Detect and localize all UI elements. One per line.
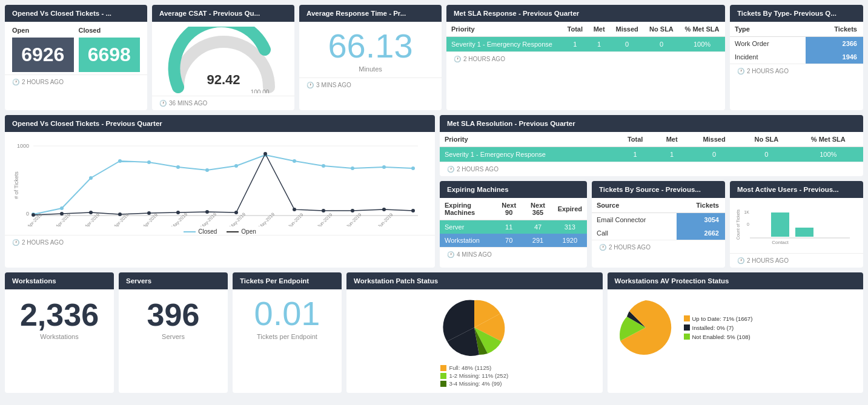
chart-area: 1000 0 # of Tickets [5, 132, 435, 226]
svg-text:13-May-2019: 13-May-2019 [194, 211, 217, 226]
legend-closed-label: Closed [198, 228, 217, 235]
sla-response-card: Met SLA Response - Previous Quarter Prio… [446, 5, 725, 110]
legend-closed: Closed [184, 228, 217, 235]
tickets-source-timestamp: 🕐 2 HOURS AGO [592, 240, 725, 254]
legend-dot-open [227, 231, 239, 232]
table-row: Server 11 47 313 [440, 220, 587, 234]
legend-open-label: Open [241, 228, 256, 235]
svg-point-34 [382, 208, 386, 211]
svg-point-13 [176, 165, 180, 169]
svg-text:1000: 1000 [17, 143, 29, 149]
expiring-title: Expiring Machines [440, 181, 587, 198]
svg-text:17-Jun-2019: 17-Jun-2019 [340, 212, 362, 226]
active-users-title: Most Active Users - Previous... [730, 181, 863, 198]
table-row: Work Order 2366 [730, 37, 863, 51]
svg-point-12 [147, 160, 151, 164]
tickets-source-title: Tickets By Source - Previous... [592, 181, 725, 198]
clock-icon-4: 🕐 [454, 56, 461, 62]
svg-point-18 [322, 164, 325, 168]
svg-text:100.00: 100.00 [250, 89, 269, 93]
svg-rect-50 [771, 212, 789, 237]
clock-icon-3: 🕐 [306, 82, 314, 88]
workstations-card: Workstations 2,336 Workstations [5, 272, 114, 393]
clock-icon-5: 🕐 [737, 68, 744, 74]
tickets-endpoint-card: Tickets Per Endpoint 0.01 Tickets per En… [233, 272, 342, 393]
open-closed-title: Opened Vs Closed Tickets - ... [5, 5, 147, 22]
active-users-chart: Count of Tickets Contact 1K 0 [735, 200, 856, 249]
svg-point-33 [351, 209, 354, 212]
table-row: Severity 1 - Emergency Response 1 1 0 0 … [440, 147, 863, 162]
chart-legend: Closed Open [5, 228, 435, 235]
tickets-type-timestamp: 🕐 2 HOURS AGO [730, 64, 863, 78]
expiring-card: Expiring Machines Expiring Machines Next… [440, 181, 587, 268]
legend-item: Full: 48% (1125) [440, 364, 508, 371]
svg-point-23 [60, 212, 64, 216]
svg-point-17 [293, 159, 296, 163]
csat-timestamp: 🕐 36 MINS AGO [152, 96, 294, 110]
clock-icon-8: 🕐 [447, 251, 454, 258]
svg-rect-51 [795, 228, 813, 237]
clock-icon-9: 🕐 [599, 244, 606, 251]
tickets-type-card: Tickets By Type- Previous Q... Type Tick… [730, 5, 863, 110]
sla-col-nosla: No SLA [644, 22, 679, 37]
svg-point-31 [293, 208, 296, 211]
response-label: Minutes [299, 65, 442, 73]
csat-card: Average CSAT - Previous Qu... 92.42 100.… [152, 5, 294, 110]
type-col-type: Type [730, 22, 806, 37]
servers-label: Servers [119, 333, 228, 340]
response-title: Average Response Time - Pr... [299, 5, 442, 22]
sla-col-met: Met [588, 22, 610, 37]
svg-point-30 [263, 152, 267, 156]
table-row: Incident 1946 [730, 50, 863, 64]
svg-text:15-Apr-2019: 15-Apr-2019 [79, 212, 101, 226]
svg-text:0: 0 [747, 222, 749, 226]
svg-text:27-May-2019: 27-May-2019 [253, 211, 276, 226]
svg-point-10 [89, 176, 93, 180]
svg-text:03-Jun-2019: 03-Jun-2019 [282, 212, 304, 226]
svg-point-29 [234, 211, 238, 214]
sla-col-missed: Missed [610, 22, 644, 37]
tickets-type-title: Tickets By Type- Previous Q... [730, 5, 863, 22]
av-pie-chart [612, 294, 679, 361]
clock-icon-10: 🕐 [737, 257, 744, 264]
table-row: Call 2662 [592, 226, 725, 240]
svg-point-9 [60, 206, 64, 210]
servers-title: Servers [119, 272, 228, 289]
open-closed-card: Opened Vs Closed Tickets - ... Open Clos… [5, 5, 147, 110]
tickets-source-card: Tickets By Source - Previous... Source T… [592, 181, 725, 268]
response-timestamp: 🕐 3 MINS AGO [299, 77, 442, 92]
open-value: 6926 [12, 38, 74, 72]
type-col-tickets: Tickets [806, 22, 864, 37]
tickets-endpoint-title: Tickets Per Endpoint [233, 272, 342, 289]
tickets-endpoint-label: Tickets per Endpoint [233, 333, 342, 340]
open-label: Open [12, 27, 74, 34]
open-closed-timestamp: 🕐 2 HOURS AGO [5, 74, 147, 89]
csat-gauge: 92.42 100.00 [166, 27, 281, 93]
av-legend: Up to Date: 71% (1667) Installed: 0% (7)… [684, 315, 753, 340]
line-chart: 1000 0 # of Tickets [12, 137, 424, 226]
expiring-table: Expiring Machines Next 90 Next 365 Expir… [440, 198, 587, 247]
svg-point-21 [411, 166, 415, 170]
svg-text:92.42: 92.42 [207, 72, 240, 87]
sla-resolution-card: Met SLA Resolution - Previous Quarter Pr… [440, 115, 863, 176]
svg-point-27 [176, 211, 180, 214]
svg-point-20 [382, 165, 386, 169]
svg-text:1K: 1K [744, 210, 749, 214]
legend-open: Open [227, 228, 256, 235]
workstations-value: 2,336 [5, 289, 114, 333]
workstations-title: Workstations [5, 272, 114, 289]
sla-col-total: Total [562, 22, 588, 37]
legend-item: 3-4 Missing: 4% (99) [440, 380, 508, 387]
svg-point-26 [147, 211, 151, 215]
closed-label: Closed [79, 27, 141, 34]
sla-response-table: Priority Total Met Missed No SLA % Met S… [446, 22, 725, 51]
servers-card: Servers 396 Servers [119, 272, 228, 393]
workstations-label: Workstations [5, 333, 114, 340]
sla-resolution-table: Priority Total Met Missed No SLA % Met S… [440, 132, 863, 162]
sla-response-timestamp: 🕐 2 HOURS AGO [446, 51, 725, 66]
svg-text:10-Jun-2019: 10-Jun-2019 [311, 212, 333, 226]
clock-icon-2: 🕐 [159, 100, 167, 107]
expiring-timestamp: 🕐 4 MINS AGO [440, 247, 587, 262]
servers-value: 396 [119, 289, 228, 333]
patch-status-card: Workstation Patch Status [346, 272, 603, 393]
